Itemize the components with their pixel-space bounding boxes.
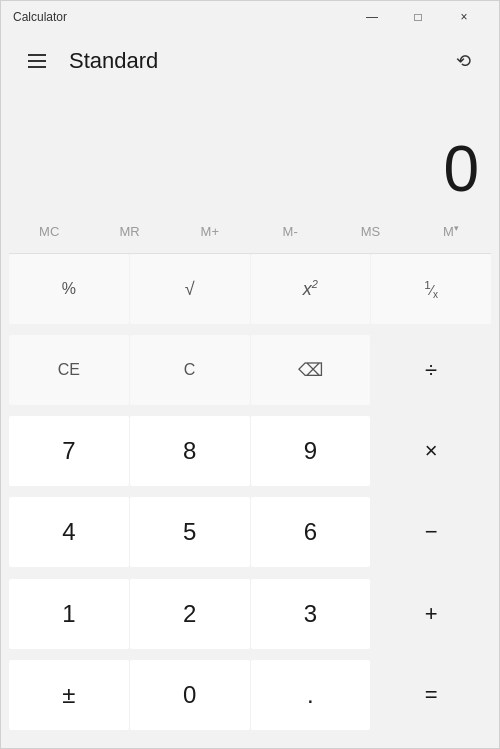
maximize-icon: □	[414, 10, 421, 24]
minimize-icon: —	[366, 10, 378, 24]
eight-button[interactable]: 8	[130, 416, 250, 486]
percent-button[interactable]: %	[9, 254, 129, 324]
clear-button[interactable]: C	[130, 335, 250, 405]
memory-recall-button[interactable]: MR	[89, 213, 169, 249]
seven-button[interactable]: 7	[9, 416, 129, 486]
backspace-icon: ⌫	[298, 359, 323, 381]
plus-minus-button[interactable]: ±	[9, 660, 129, 730]
add-button[interactable]: +	[371, 579, 491, 649]
three-button[interactable]: 3	[251, 579, 371, 649]
history-button[interactable]: ⟲	[443, 41, 483, 81]
subtract-button[interactable]: −	[371, 497, 491, 567]
title-bar: Calculator — □ ×	[1, 1, 499, 33]
six-button[interactable]: 6	[251, 497, 371, 567]
buttons-grid: % √ x2 1⁄x CE C ⌫ ÷ 7 8 9	[1, 254, 499, 748]
display-value: 0	[443, 137, 479, 201]
minimize-button[interactable]: —	[349, 1, 395, 33]
four-button[interactable]: 4	[9, 497, 129, 567]
app-title: Standard	[69, 48, 443, 74]
memory-row: MC MR M+ M- MS M▾	[1, 209, 499, 253]
divide-button[interactable]: ÷	[371, 335, 491, 405]
five-button[interactable]: 5	[130, 497, 250, 567]
decimal-button[interactable]: .	[251, 660, 371, 730]
window-title: Calculator	[13, 10, 349, 24]
window-controls: — □ ×	[349, 1, 487, 33]
memory-subtract-button[interactable]: M-	[250, 213, 330, 249]
ce-button[interactable]: CE	[9, 335, 129, 405]
nine-button[interactable]: 9	[251, 416, 371, 486]
history-icon: ⟲	[456, 50, 471, 72]
memory-store-button[interactable]: MS	[330, 213, 410, 249]
menu-button[interactable]	[17, 41, 57, 81]
close-button[interactable]: ×	[441, 1, 487, 33]
display-area: 0	[1, 89, 499, 209]
memory-dropdown-button[interactable]: M▾	[411, 213, 491, 249]
memory-clear-button[interactable]: MC	[9, 213, 89, 249]
zero-button[interactable]: 0	[130, 660, 250, 730]
two-button[interactable]: 2	[130, 579, 250, 649]
calculator-window: Calculator — □ × Standard ⟲ 0	[0, 0, 500, 749]
backspace-button[interactable]: ⌫	[251, 335, 371, 405]
one-button[interactable]: 1	[9, 579, 129, 649]
inverse-button[interactable]: 1⁄x	[371, 254, 491, 324]
multiply-button[interactable]: ×	[371, 416, 491, 486]
app-header: Standard ⟲	[1, 33, 499, 89]
hamburger-icon	[28, 54, 46, 68]
equals-button[interactable]: =	[371, 660, 491, 730]
square-button[interactable]: x2	[251, 254, 371, 324]
close-icon: ×	[460, 10, 467, 24]
memory-add-button[interactable]: M+	[170, 213, 250, 249]
maximize-button[interactable]: □	[395, 1, 441, 33]
sqrt-button[interactable]: √	[130, 254, 250, 324]
